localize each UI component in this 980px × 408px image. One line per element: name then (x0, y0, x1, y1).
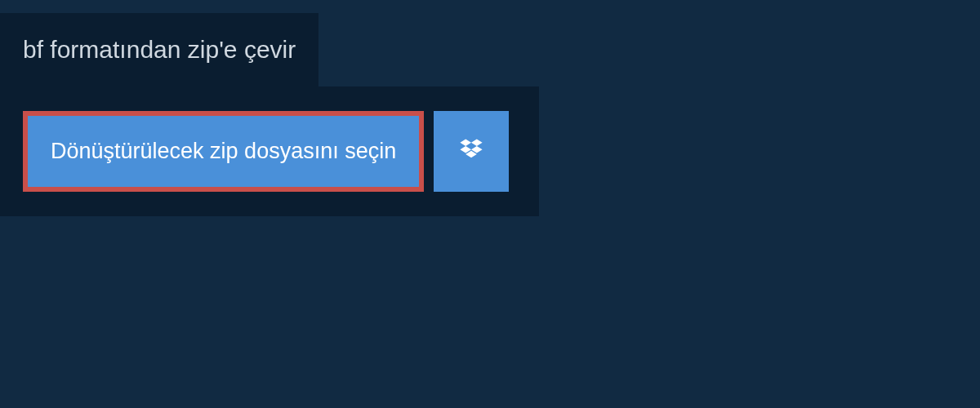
page-title: bf formatından zip'e çevir (23, 36, 296, 63)
main-panel: Dönüştürülecek zip dosyasını seçin (0, 86, 539, 216)
button-row: Dönüştürülecek zip dosyasını seçin (23, 111, 516, 192)
dropbox-icon (457, 136, 485, 167)
select-file-button[interactable]: Dönüştürülecek zip dosyasını seçin (23, 111, 424, 192)
header-tab: bf formatından zip'e çevir (0, 13, 318, 86)
select-file-label: Dönüştürülecek zip dosyasını seçin (51, 139, 396, 163)
dropbox-button[interactable] (434, 111, 509, 192)
